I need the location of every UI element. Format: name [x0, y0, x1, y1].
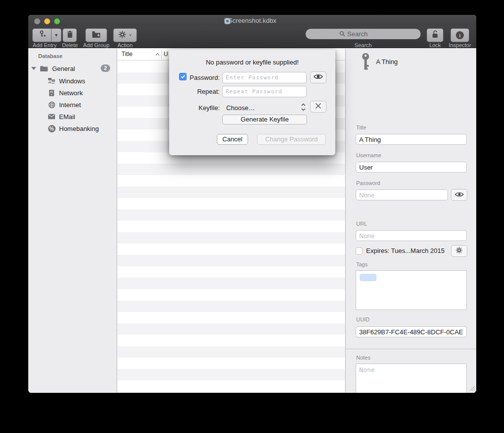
expires-settings-button[interactable]: [451, 245, 467, 257]
add-entry-dropdown-button[interactable]: ▼: [52, 28, 62, 42]
search-field[interactable]: [306, 29, 421, 39]
tags-label: Tags: [356, 261, 368, 267]
disclosure-triangle-icon[interactable]: [31, 67, 36, 70]
reveal-password-button[interactable]: [451, 189, 467, 201]
key-plus-icon: [38, 30, 47, 41]
dialog-reveal-password-button[interactable]: [310, 71, 326, 83]
clear-keyfile-button[interactable]: [310, 101, 326, 113]
window-title: Screenshot.kdbx: [28, 17, 476, 24]
dialog-keyfile-label: Keyfile:: [187, 104, 220, 112]
change-password-button[interactable]: Change Password: [257, 134, 326, 145]
folder-plus-icon: [91, 30, 101, 40]
unlock-icon: [431, 30, 439, 41]
document-proxy-icon[interactable]: [224, 18, 231, 24]
change-password-dialog: No password or keyfile supplied! Passwor…: [169, 50, 335, 155]
generate-keyfile-button[interactable]: Generate Keyfile: [222, 115, 307, 124]
password-checkbox[interactable]: [179, 73, 187, 80]
globe-icon: [47, 101, 56, 109]
key-icon: [359, 53, 372, 74]
entry-title: A Thing: [376, 58, 398, 65]
sidebar-item-email[interactable]: EMail: [28, 111, 117, 123]
action-label: Action: [113, 42, 137, 48]
sidebar-item-label: Network: [59, 89, 83, 97]
username-field-label: Username: [356, 152, 381, 158]
notes-label: Notes: [356, 355, 371, 361]
entry-count-badge: 2: [101, 64, 110, 72]
uuid-field[interactable]: [356, 326, 467, 337]
inspector-panel: A Thing General Files Custom Autotype Ti…: [345, 49, 476, 393]
dialog-password-label: Password:: [187, 74, 220, 81]
password-field[interactable]: [356, 189, 448, 200]
stepper-icon[interactable]: [301, 102, 306, 114]
cancel-button[interactable]: Cancel: [217, 134, 248, 145]
resize-grip-icon[interactable]: [468, 384, 475, 391]
info-icon: i: [456, 31, 464, 39]
check-icon: [181, 74, 186, 79]
tags-box[interactable]: [356, 270, 467, 310]
add-group-button[interactable]: [85, 28, 107, 42]
envelope-icon: [47, 113, 56, 121]
sidebar-item-label: Windows: [59, 77, 85, 85]
tag-pill[interactable]: [360, 274, 377, 281]
keyfile-popup-value[interactable]: Choose…: [226, 104, 255, 112]
dialog-repeat-label: Repeat:: [187, 88, 220, 95]
sidebar-header: Database: [38, 53, 63, 59]
dialog-message: No password or keyfile supplied!: [169, 59, 335, 66]
eye-icon: [455, 190, 464, 199]
close-x-icon: [315, 102, 321, 111]
percent-icon: %: [47, 124, 56, 132]
lock-label: Lock: [423, 42, 447, 48]
dialog-password-input[interactable]: [222, 72, 307, 83]
lock-button[interactable]: [427, 28, 443, 42]
password-field-label: Password: [356, 180, 380, 186]
action-button[interactable]: ˅: [113, 28, 137, 42]
url-field-label: URL: [356, 221, 367, 227]
sidebar-item-label: General: [52, 65, 75, 72]
chevron-down-icon: ▼: [54, 33, 59, 38]
trash-icon: [66, 30, 74, 41]
section-divider: [346, 349, 476, 349]
add-entry-label: Add Entry: [28, 42, 61, 48]
delete-button[interactable]: [63, 28, 77, 42]
chevron-down-icon: ˅: [129, 33, 131, 38]
delete-label: Delete: [58, 42, 82, 48]
column-divider[interactable]: [161, 50, 162, 60]
sort-ascending-icon: [155, 51, 160, 58]
search-input[interactable]: [347, 30, 407, 38]
server-icon: [47, 89, 56, 97]
inspector-label: Inspector: [447, 42, 472, 48]
title-bar: Screenshot.kdbx: [28, 15, 476, 26]
workgroup-icon: [47, 77, 56, 85]
username-field[interactable]: [356, 162, 467, 173]
folder-icon: [39, 64, 48, 72]
gear-icon: [118, 30, 126, 41]
title-field[interactable]: [356, 134, 467, 145]
sidebar-item-windows[interactable]: Windows: [28, 75, 117, 87]
sidebar-item-label: Homebanking: [59, 125, 99, 132]
uuid-field-label: UUID: [356, 316, 370, 322]
column-header-username[interactable]: U: [164, 51, 168, 58]
column-header-title[interactable]: Title: [122, 51, 132, 58]
search-icon: [339, 30, 345, 39]
sidebar-item-homebanking[interactable]: % Homebanking: [28, 123, 117, 134]
sidebar: Database General 2 Windows Network: [28, 49, 117, 393]
add-group-label: Add Group: [79, 42, 113, 48]
dialog-repeat-input[interactable]: [222, 86, 307, 97]
toolbar: ▼ Add Entry Delete Add Group ˅ Action: [28, 26, 476, 48]
inspector-button[interactable]: i: [450, 28, 469, 42]
search-label: Search: [338, 42, 388, 48]
add-entry-button[interactable]: [32, 28, 52, 42]
url-field[interactable]: [356, 230, 467, 241]
expires-checkbox[interactable]: [356, 247, 363, 254]
sidebar-item-network[interactable]: Network: [28, 87, 117, 99]
sidebar-item-internet[interactable]: Internet: [28, 99, 117, 111]
eye-icon: [314, 73, 323, 82]
title-field-label: Title: [356, 124, 366, 130]
sidebar-item-label: Internet: [59, 101, 81, 109]
sidebar-item-general[interactable]: General 2: [28, 62, 117, 74]
sidebar-item-label: EMail: [59, 113, 75, 121]
gear-icon: [455, 247, 463, 256]
notes-field[interactable]: [356, 364, 467, 393]
expires-label: Expires: Tues...March 2015: [366, 247, 444, 254]
